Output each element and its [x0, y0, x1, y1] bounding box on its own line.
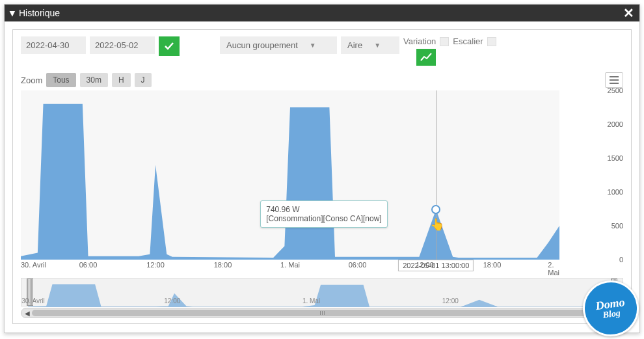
navigator-series	[28, 278, 613, 307]
apply-button[interactable]	[159, 36, 180, 56]
zoom-30m-button[interactable]: 30m	[80, 73, 108, 87]
y-tick: 0	[597, 256, 623, 264]
grouping-label: Aucun groupement	[226, 40, 298, 50]
y-tick: 2000	[597, 120, 623, 128]
close-icon[interactable]: ✕	[623, 5, 634, 21]
y-tick: 2500	[597, 87, 623, 94]
zoom-all-button[interactable]: Tous	[46, 73, 75, 87]
linechart-icon	[420, 53, 432, 62]
scroll-left-icon[interactable]: ◀	[23, 308, 32, 318]
y-tick: 1500	[597, 154, 623, 162]
y-tick: 1000	[597, 188, 623, 196]
y-tick: 500	[597, 222, 623, 230]
zoom-label: Zoom	[21, 75, 42, 85]
tooltip: 740.96 W [Consommation][Conso CA][now]	[260, 200, 387, 228]
variation-label: Variation	[403, 36, 436, 46]
navigator[interactable]: 30. Avril12:001. Mai12:00	[21, 278, 623, 306]
horizontal-scrollbar[interactable]: ◀ ▶	[21, 308, 623, 318]
caret-down-icon: ▼	[374, 42, 381, 49]
chevron-right-icon: ▶	[8, 10, 17, 16]
graph-type-button[interactable]	[416, 49, 436, 66]
titlebar: ▶ Historique ✕	[5, 5, 639, 21]
x-tick: 12:00	[146, 261, 165, 269]
hamburger-icon	[610, 76, 619, 77]
y-axis: 05001000150020002500	[597, 90, 623, 260]
x-tick: 2. Mai	[548, 261, 559, 277]
x-tick: 18:00	[214, 261, 232, 269]
navigator-tick: 12:00	[164, 297, 180, 305]
zoom-h-button[interactable]: H	[112, 73, 131, 87]
tooltip-series: [Consommation][Conso CA][now]	[266, 214, 381, 223]
chart-menu-button[interactable]	[605, 72, 623, 88]
zoom-toolbar: Zoom Tous 30m H J	[21, 72, 623, 88]
charttype-label: Aire	[347, 40, 362, 50]
variation-checkbox[interactable]	[440, 37, 449, 46]
x-tick: 06:00	[79, 261, 98, 269]
stairs-label: Escalier	[453, 36, 483, 46]
x-tick: 1. Mai	[280, 261, 300, 269]
grouping-select[interactable]: Aucun groupement ▼	[220, 36, 337, 54]
crosshair-line	[436, 90, 436, 260]
x-tick: 30. Avril	[21, 261, 46, 269]
navigator-tick: 1. Mai	[302, 297, 320, 305]
date-from-input[interactable]	[21, 36, 86, 54]
zoom-j-button[interactable]: J	[135, 73, 152, 87]
scroll-thumb[interactable]	[32, 310, 612, 316]
toolbar: Aucun groupement ▼ Aire ▼ Variation Esca…	[21, 36, 623, 66]
area-series	[21, 90, 559, 260]
x-tick: 18:00	[483, 261, 502, 269]
tooltip-value: 740.96 W	[266, 205, 381, 214]
navigator-tick: 30. Avril	[21, 297, 44, 305]
date-to-input[interactable]	[90, 36, 155, 54]
window-title: Historique	[19, 8, 60, 18]
hover-marker	[431, 205, 440, 214]
check-icon	[164, 41, 174, 51]
navigator-tick: 12:00	[442, 297, 459, 305]
chart-area[interactable]: 👆 740.96 W [Consommation][Conso CA][now]…	[21, 90, 623, 273]
stairs-checkbox[interactable]	[487, 37, 496, 46]
x-tick: 12:00	[416, 261, 434, 269]
x-axis: 30. Avril06:0012:0018:001. Mai06:0012:00…	[21, 260, 559, 273]
charttype-select[interactable]: Aire ▼	[341, 36, 399, 54]
x-tick: 06:00	[349, 261, 367, 269]
caret-down-icon: ▼	[310, 42, 316, 49]
